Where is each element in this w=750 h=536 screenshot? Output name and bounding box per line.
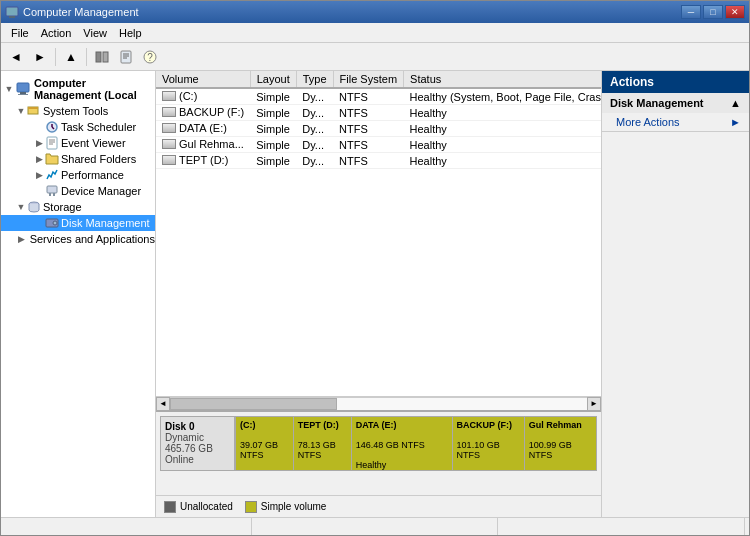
table-cell: Healthy (System, Boot, Page File, Crash … [404, 88, 601, 105]
col-volume[interactable]: Volume [156, 71, 250, 88]
partition-detail2: Healthy [356, 460, 448, 470]
perf-expander[interactable]: ▶ [33, 169, 45, 181]
table-cell: Simple [250, 105, 296, 121]
sidebar-item-shared-folders[interactable]: ▶ Shared Folders [1, 151, 155, 167]
sidebar-item-disk-management[interactable]: ▶ Disk Management [1, 215, 155, 231]
action-section-title[interactable]: Disk Management ▲ [602, 93, 749, 113]
storage-expander[interactable]: ▼ [15, 201, 27, 213]
scroll-right[interactable]: ► [587, 397, 601, 411]
col-layout[interactable]: Layout [250, 71, 296, 88]
drive-icon: BACKUP (F:) [162, 106, 244, 118]
maximize-button[interactable]: □ [703, 5, 723, 19]
legend-box-simple [245, 501, 257, 513]
dm-expander[interactable]: ▶ [33, 185, 45, 197]
table-cell: Simple [250, 121, 296, 137]
show-hide-button[interactable] [91, 46, 113, 68]
table-row[interactable]: BACKUP (F:)SimpleDy...NTFSHealthy [156, 105, 601, 121]
scroll-track[interactable] [170, 397, 587, 411]
svg-rect-1 [9, 16, 15, 18]
legend-item-simple: Simple volume [245, 501, 327, 513]
disk-partition[interactable]: DATA (E:)146.48 GB NTFSHealthy [352, 416, 453, 471]
table-row[interactable]: (C:)SimpleDy...NTFSHealthy (System, Boot… [156, 88, 601, 105]
drive-icon: Gul Rehma... [162, 138, 244, 150]
col-filesystem[interactable]: File System [333, 71, 403, 88]
partition-name: BACKUP (F:) [457, 420, 520, 430]
actions-header: Actions [602, 71, 749, 93]
sidebar-item-label: Event Viewer [61, 137, 126, 149]
task-scheduler-icon [45, 120, 59, 134]
up-button[interactable]: ▲ [60, 46, 82, 68]
partition-detail2: Healthy [457, 470, 520, 471]
center-actions-area: Volume Layout Type File System Status (C… [156, 71, 749, 517]
sf-expander[interactable]: ▶ [33, 153, 45, 165]
tree-root-item[interactable]: ▼ Computer Management (Local [1, 75, 155, 103]
table-cell: Dy... [296, 105, 333, 121]
sidebar-item-system-tools[interactable]: ▼ System Tools [1, 103, 155, 119]
sa-expander[interactable]: ▶ [15, 233, 27, 245]
close-button[interactable]: ✕ [725, 5, 745, 19]
partition-detail1: 39.07 GB NTFS [240, 440, 289, 460]
properties-button[interactable] [115, 46, 137, 68]
partition-detail2: Healthy (Syste [240, 470, 289, 471]
table-row[interactable]: Gul Rehma...SimpleDy...NTFSHealthy [156, 137, 601, 153]
back-button[interactable]: ◄ [5, 46, 27, 68]
table-cell: Simple [250, 153, 296, 169]
table-cell: Dy... [296, 88, 333, 105]
toolbar-separator-1 [55, 48, 56, 66]
action-more-actions[interactable]: More Actions ► [602, 113, 749, 131]
menu-file[interactable]: File [5, 25, 35, 41]
left-panel: ▼ Computer Management (Local ▼ System To… [1, 71, 156, 517]
table-hscroll[interactable]: ◄ ► [156, 396, 601, 410]
ev-expander[interactable]: ▶ [33, 137, 45, 149]
svg-rect-4 [121, 51, 131, 63]
sidebar-item-storage[interactable]: ▼ Storage [1, 199, 155, 215]
disk-size: 465.76 GB [165, 443, 230, 454]
svg-rect-22 [47, 186, 57, 193]
table-cell: Healthy [404, 153, 601, 169]
sidebar-item-services-apps[interactable]: ▶ Services and Applications [1, 231, 155, 247]
sidebar-item-label: Task Scheduler [61, 121, 136, 133]
toolbar: ◄ ► ▲ ? [1, 43, 749, 71]
sidebar-item-performance[interactable]: ▶ Performance [1, 167, 155, 183]
system-tools-expander[interactable]: ▼ [15, 105, 27, 117]
action-section-label: Disk Management [610, 97, 704, 109]
scroll-thumb[interactable] [170, 398, 337, 410]
help-button[interactable]: ? [139, 46, 161, 68]
menu-action[interactable]: Action [35, 25, 78, 41]
toolbar-separator-2 [86, 48, 87, 66]
col-status[interactable]: Status [404, 71, 601, 88]
sidebar-item-device-manager[interactable]: ▶ Device Manager [1, 183, 155, 199]
storage-icon [27, 200, 41, 214]
scroll-left[interactable]: ◄ [156, 397, 170, 411]
legend-label-simple: Simple volume [261, 501, 327, 512]
table-row[interactable]: ТEPT (D:)SimpleDy...NTFSHealthy [156, 153, 601, 169]
menu-view[interactable]: View [77, 25, 113, 41]
svg-rect-2 [96, 52, 101, 62]
task-expander[interactable]: ▶ [33, 121, 45, 133]
legend-item-unallocated: Unallocated [164, 501, 233, 513]
drive-icon: ТEPT (D:) [162, 154, 228, 166]
main-content: ▼ Computer Management (Local ▼ System To… [1, 71, 749, 517]
sidebar-item-task-scheduler[interactable]: ▶ Task Scheduler [1, 119, 155, 135]
table-cell: NTFS [333, 137, 403, 153]
disk-table: Volume Layout Type File System Status (C… [156, 71, 601, 169]
action-section-disk-mgmt: Disk Management ▲ More Actions ► [602, 93, 749, 132]
minimize-button[interactable]: ─ [681, 5, 701, 19]
disk-partition[interactable]: ТEPT (D:)78.13 GB NTFSHealthy [294, 416, 352, 471]
forward-button[interactable]: ► [29, 46, 51, 68]
menu-help[interactable]: Help [113, 25, 148, 41]
svg-rect-3 [103, 52, 108, 62]
disk-partition[interactable]: (C:)39.07 GB NTFSHealthy (Syste [235, 416, 294, 471]
table-cell: NTFS [333, 121, 403, 137]
sidebar-item-event-viewer[interactable]: ▶ Event Viewer [1, 135, 155, 151]
disk-partition[interactable]: BACKUP (F:)101.10 GB NTFSHealthy [453, 416, 525, 471]
disk-label-0: Disk 0 Dynamic 465.76 GB Online [160, 416, 235, 471]
center-panel: Volume Layout Type File System Status (C… [156, 71, 601, 517]
table-cell: Simple [250, 88, 296, 105]
table-row[interactable]: DATA (E:)SimpleDy...NTFSHealthy [156, 121, 601, 137]
col-type[interactable]: Type [296, 71, 333, 88]
drive-icon: DATA (E:) [162, 122, 227, 134]
disk-partition[interactable]: Gul Rehman100.99 GB NTFSHealthy [525, 416, 597, 471]
disk-row-0: Disk 0 Dynamic 465.76 GB Online (C:)39.0… [160, 416, 597, 471]
root-expander[interactable]: ▼ [3, 83, 15, 95]
